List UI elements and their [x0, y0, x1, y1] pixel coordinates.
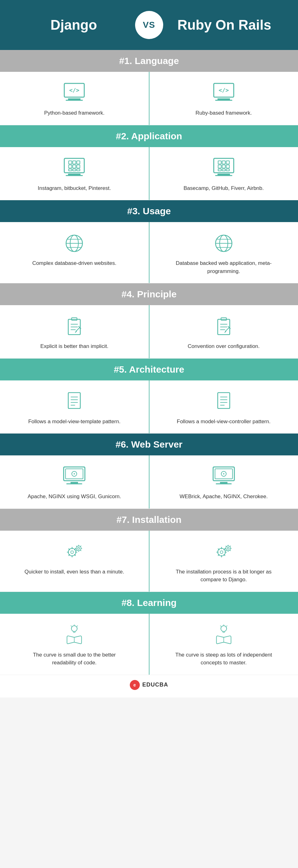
cell-webserver-left-text: Apache, NGINX using WSGI, Gunicorn. — [28, 493, 121, 501]
svg-line-57 — [225, 331, 226, 332]
svg-rect-16 — [77, 165, 80, 168]
svg-point-85 — [220, 551, 223, 554]
svg-rect-1 — [68, 98, 80, 100]
brand-name: EDUCBA — [142, 682, 168, 688]
book-bulb-icon-right — [210, 623, 238, 647]
section-header-webserver: #6. Web Server — [0, 434, 298, 455]
cell-installation-left-text: Quicker to install, even less than a min… — [25, 568, 124, 576]
cell-language-right-text: Ruby-based framework. — [196, 109, 252, 117]
svg-rect-17 — [69, 169, 72, 171]
svg-point-81 — [71, 551, 74, 554]
logo-circle: e — [130, 680, 140, 690]
svg-rect-58 — [68, 393, 80, 408]
footer: e EDUCBA — [0, 675, 298, 698]
svg-line-99 — [220, 626, 221, 626]
svg-rect-14 — [69, 165, 72, 168]
svg-point-83 — [78, 547, 79, 549]
code-monitor-icon-left: </> — [60, 81, 88, 105]
grid-monitor-icon-left — [60, 156, 88, 180]
checklist-icon-left — [60, 314, 88, 338]
monitor-icon-left — [60, 465, 88, 488]
cell-usage-right-text: Database backed web application, meta-pr… — [174, 259, 274, 275]
globe-icon-right — [210, 231, 238, 255]
content-row-language: </> Python-based framework. </> Ruby-bas… — [0, 72, 298, 125]
svg-text:</>: </> — [219, 87, 229, 93]
svg-rect-11 — [69, 161, 72, 164]
section-header-principle: #4. Principle — [0, 283, 298, 305]
svg-point-95 — [221, 626, 227, 631]
cell-webserver-right: WEBrick, Apache, NGINX, Cherokee. — [150, 455, 298, 508]
section-header-installation: #7. Installation — [0, 509, 298, 531]
vs-badge: VS — [135, 11, 163, 39]
cell-webserver-left: Apache, NGINX using WSGI, Gunicorn. — [0, 455, 150, 508]
cell-principle-left-text: Explicit is better than implicit. — [40, 342, 108, 350]
cell-learning-right: The curve is steep as lots of independen… — [150, 614, 298, 675]
cell-language-right: </> Ruby-based framework. — [150, 72, 298, 125]
content-row-architecture: Follows a model-view-template pattern. F… — [0, 380, 298, 434]
document-icon-left — [60, 390, 88, 413]
svg-rect-12 — [73, 161, 76, 164]
grid-monitor-icon-right — [210, 156, 238, 180]
svg-rect-31 — [226, 169, 229, 171]
document-icon-right — [210, 390, 238, 413]
svg-rect-19 — [77, 169, 80, 171]
infographic: Django VS Ruby On Rails #1. Language </>… — [0, 0, 298, 698]
svg-rect-69 — [70, 482, 78, 484]
code-monitor-icon-right: </> — [210, 81, 238, 105]
svg-rect-29 — [218, 169, 221, 171]
svg-rect-75 — [220, 482, 228, 484]
svg-rect-30 — [222, 169, 225, 171]
cell-application-right-text: Basecamp, GitHub, Fiverr, Airbnb. — [184, 184, 264, 192]
svg-point-79 — [223, 473, 224, 474]
svg-rect-27 — [222, 165, 225, 168]
section-header-learning: #8. Learning — [0, 592, 298, 614]
svg-rect-28 — [226, 165, 229, 168]
cell-installation-right: The installation process is a bit longer… — [150, 531, 298, 592]
checklist-icon-right — [210, 314, 238, 338]
svg-line-93 — [77, 626, 78, 626]
cell-usage-right: Database backed web application, meta-pr… — [150, 222, 298, 283]
svg-point-88 — [71, 626, 77, 631]
cell-installation-right-text: The installation process is a bit longer… — [174, 568, 274, 584]
content-row-usage: Complex database-driven websites. Databa… — [0, 222, 298, 283]
content-row-principle: Explicit is better than implicit. Conven… — [0, 305, 298, 359]
content-row-learning: The curve is small due to the better rea… — [0, 614, 298, 675]
cell-language-left: </> Python-based framework. — [0, 72, 150, 125]
svg-rect-26 — [218, 165, 221, 168]
svg-rect-5 — [218, 98, 230, 100]
cell-architecture-left-text: Follows a model-view-template pattern. — [28, 417, 121, 426]
section-header-usage: #3. Usage — [0, 200, 298, 222]
header: Django VS Ruby On Rails — [0, 0, 298, 50]
gear-icon-right — [210, 540, 238, 563]
svg-rect-18 — [73, 169, 76, 171]
svg-rect-21 — [218, 174, 230, 175]
svg-rect-24 — [222, 161, 225, 164]
svg-line-47 — [76, 327, 80, 331]
section-header-language: #1. Language — [0, 50, 298, 72]
monitor-icon-right — [210, 465, 238, 488]
gear-icon-left — [60, 540, 88, 563]
cell-learning-right-text: The curve is steep as lots of independen… — [174, 651, 274, 667]
content-row-webserver: Apache, NGINX using WSGI, Gunicorn. WEBr… — [0, 455, 298, 509]
section-header-application: #2. Application — [0, 125, 298, 147]
cell-principle-right-text: Convention over configuration. — [188, 342, 260, 350]
header-rails: Ruby On Rails — [169, 17, 279, 33]
cell-learning-left-text: The curve is small due to the better rea… — [24, 651, 124, 667]
book-bulb-icon-left — [60, 623, 88, 647]
cell-application-right: Basecamp, GitHub, Fiverr, Airbnb. — [150, 147, 298, 200]
brand-logo: e EDUCBA — [130, 680, 168, 690]
cell-application-left: Instagram, bitbucket, Pinterest. — [0, 147, 150, 200]
svg-rect-25 — [226, 161, 229, 164]
header-django: Django — [19, 17, 129, 33]
cell-architecture-left: Follows a model-view-template pattern. — [0, 380, 150, 434]
cell-usage-left: Complex database-driven websites. — [0, 222, 150, 283]
svg-line-92 — [71, 626, 71, 626]
cell-architecture-right-text: Follows a model-view-controller pattern. — [177, 417, 270, 426]
section-header-architecture: #5. Architecture — [0, 359, 298, 380]
svg-rect-9 — [68, 174, 80, 175]
cell-application-left-text: Instagram, bitbucket, Pinterest. — [38, 184, 111, 192]
svg-point-73 — [74, 473, 75, 474]
svg-rect-15 — [73, 165, 76, 168]
cell-usage-left-text: Complex database-driven websites. — [32, 259, 117, 267]
globe-icon-left — [60, 231, 88, 255]
